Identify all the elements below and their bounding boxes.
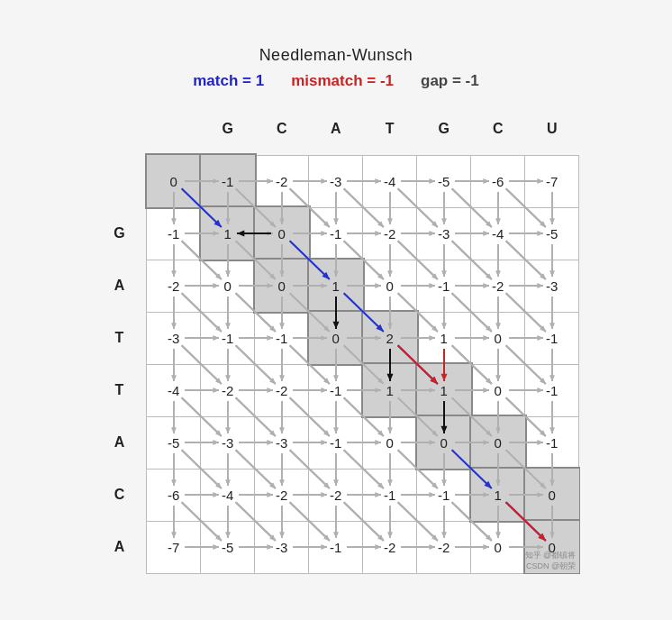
- cell-5-6: 0: [471, 416, 525, 469]
- col-header-4: A: [309, 103, 363, 155]
- row-header-2: A: [93, 260, 147, 312]
- cell-6-7: 0: [525, 469, 579, 521]
- cell-7-6: 0: [471, 521, 525, 573]
- legend-match: match = 1: [193, 72, 264, 90]
- row-header-1: G: [93, 207, 147, 260]
- cell-6-2: -2: [255, 469, 309, 521]
- cell-2-1: 0: [201, 260, 255, 312]
- cell-0-5: -5: [417, 155, 471, 207]
- cell-7-0: -7: [147, 521, 201, 573]
- cell-5-7: -1: [525, 416, 579, 469]
- row-header-4: T: [93, 364, 147, 416]
- dp-table: GCATGCU0-1-2-3-4-5-6-7G-110-1-2-3-4-5A-2…: [93, 103, 580, 574]
- cell-7-5: -2: [417, 521, 471, 573]
- cell-6-0: -6: [147, 469, 201, 521]
- cell-3-2: -1: [255, 312, 309, 364]
- cell-4-1: -2: [201, 364, 255, 416]
- cell-5-5: 0: [417, 416, 471, 469]
- cell-5-2: -3: [255, 416, 309, 469]
- col-header-8: U: [525, 103, 579, 155]
- cell-6-3: -2: [309, 469, 363, 521]
- matrix-container: GCATGCU0-1-2-3-4-5-6-7G-110-1-2-3-4-5A-2…: [93, 103, 580, 574]
- cell-3-3: 0: [309, 312, 363, 364]
- legend: match = 1 mismatch = -1 gap = -1: [193, 72, 478, 90]
- cell-7-1: -5: [201, 521, 255, 573]
- cell-0-2: -2: [255, 155, 309, 207]
- cell-4-2: -2: [255, 364, 309, 416]
- row-header-0: [93, 155, 147, 207]
- cell-6-1: -4: [201, 469, 255, 521]
- cell-3-0: -3: [147, 312, 201, 364]
- col-header-6: G: [417, 103, 471, 155]
- cell-7-4: -2: [363, 521, 417, 573]
- cell-4-5: 1: [417, 364, 471, 416]
- cell-1-3: -1: [309, 207, 363, 260]
- cell-1-6: -4: [471, 207, 525, 260]
- cell-1-1: 1: [201, 207, 255, 260]
- cell-1-7: -5: [525, 207, 579, 260]
- cell-3-4: 2: [363, 312, 417, 364]
- cell-2-0: -2: [147, 260, 201, 312]
- col-header-7: C: [471, 103, 525, 155]
- cell-4-3: -1: [309, 364, 363, 416]
- col-header-1: [147, 103, 201, 155]
- cell-2-4: 0: [363, 260, 417, 312]
- cell-2-3: 1: [309, 260, 363, 312]
- cell-3-5: 1: [417, 312, 471, 364]
- cell-7-3: -1: [309, 521, 363, 573]
- cell-1-2: 0: [255, 207, 309, 260]
- legend-gap: gap = -1: [421, 72, 479, 90]
- cell-5-3: -1: [309, 416, 363, 469]
- row-header-6: C: [93, 469, 147, 521]
- cell-0-0: 0: [147, 155, 201, 207]
- cell-3-7: -1: [525, 312, 579, 364]
- legend-mismatch: mismatch = -1: [291, 72, 394, 90]
- cell-6-4: -1: [363, 469, 417, 521]
- cell-4-4: 1: [363, 364, 417, 416]
- row-header-5: A: [93, 416, 147, 469]
- row-header-7: A: [93, 521, 147, 573]
- cell-2-7: -3: [525, 260, 579, 312]
- cell-0-6: -6: [471, 155, 525, 207]
- cell-6-6: 1: [471, 469, 525, 521]
- cell-6-5: -1: [417, 469, 471, 521]
- cell-1-0: -1: [147, 207, 201, 260]
- cell-0-4: -4: [363, 155, 417, 207]
- cell-5-0: -5: [147, 416, 201, 469]
- col-header-2: G: [201, 103, 255, 155]
- cell-2-2: 0: [255, 260, 309, 312]
- cell-5-1: -3: [201, 416, 255, 469]
- row-header-3: T: [93, 312, 147, 364]
- cell-0-3: -3: [309, 155, 363, 207]
- cell-4-0: -4: [147, 364, 201, 416]
- cell-2-6: -2: [471, 260, 525, 312]
- cell-4-7: -1: [525, 364, 579, 416]
- cell-1-4: -2: [363, 207, 417, 260]
- cell-0-7: -7: [525, 155, 579, 207]
- cell-1-5: -3: [417, 207, 471, 260]
- cell-5-4: 0: [363, 416, 417, 469]
- page-title: Needleman-Wunsch: [259, 46, 413, 65]
- cell-3-1: -1: [201, 312, 255, 364]
- cell-0-1: -1: [201, 155, 255, 207]
- cell-4-6: 0: [471, 364, 525, 416]
- cell-7-2: -3: [255, 521, 309, 573]
- col-header-0: [93, 103, 147, 155]
- cell-3-6: 0: [471, 312, 525, 364]
- cell-2-5: -1: [417, 260, 471, 312]
- col-header-5: T: [363, 103, 417, 155]
- col-header-3: C: [255, 103, 309, 155]
